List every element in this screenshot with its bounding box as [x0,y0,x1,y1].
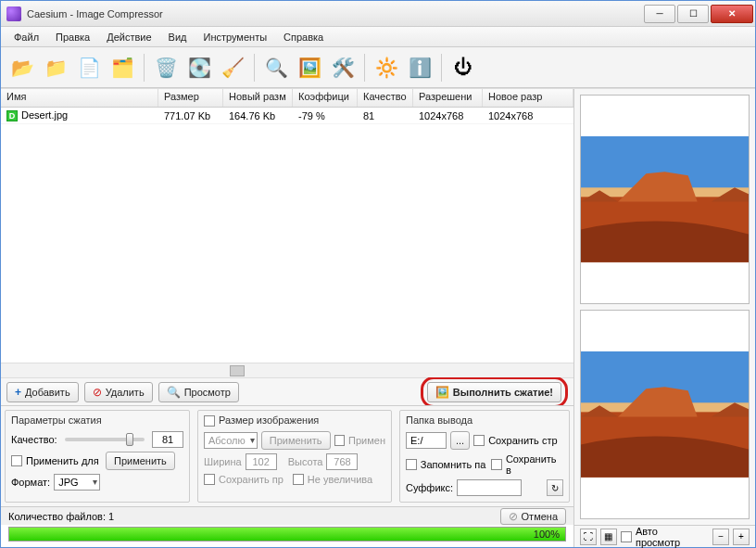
open-file-icon[interactable]: 📂 [8,54,36,82]
folder-icon[interactable]: 🗂️ [108,54,136,82]
zoom-icon[interactable]: 🔍 [262,54,290,82]
clean-icon[interactable]: 🧹 [219,54,246,82]
quality-label: Качество: [11,434,57,445]
info-icon[interactable]: ℹ️ [406,54,434,82]
action-row: +Добавить ⊘Удалить 🔍Просмотр 🖼️Выполнить… [1,377,573,405]
toolbar: 📂 📁 📄 🗂️ 🗑️ 💽 🧹 🔍 🖼️ 🛠️ 🔆 ℹ️ ⏻ [1,47,755,88]
left-pane: Имя Размер Новый разм Коэффици Качество … [1,89,574,547]
compress-button[interactable]: 🖼️Выполнить сжатие! [427,382,561,402]
preview-original [580,95,750,304]
preview-pane: ⛶ ▦ Авто просмотр − + [574,89,755,547]
auto-preview-checkbox[interactable] [621,531,632,542]
cell-name: Desert.jpg [21,109,68,121]
app-window: Caesium - Image Compressor ─ ☐ ✕ Файл Пр… [0,0,756,548]
refresh-suffix-button[interactable]: ↻ [547,479,563,496]
update-icon[interactable]: 🔆 [372,54,400,82]
remember-label: Запомнить па [421,459,487,470]
apply-resize-label: Примен [348,435,385,446]
picture-icon: 🖼️ [435,386,449,399]
format-select[interactable]: JPG [54,474,100,491]
apply-resize-checkbox[interactable] [334,435,346,446]
quality-slider[interactable] [65,438,145,441]
menu-help[interactable]: Справка [276,30,331,45]
maximize-button[interactable]: ☐ [677,5,709,23]
remove-button[interactable]: ⊘Удалить [84,382,153,402]
menu-edit[interactable]: Правка [48,30,97,45]
cell-ratio: -79 % [293,110,358,121]
settings-panels: Параметры сжатия Качество: 81 Применить … [1,405,573,506]
resize-mode-select[interactable]: Абсолю [204,432,258,449]
apply-resize-button[interactable]: Применить [261,431,331,450]
col-ratio[interactable]: Коэффици [293,89,358,107]
titlebar: Caesium - Image Compressor ─ ☐ ✕ [1,1,755,27]
no-enlarge-checkbox[interactable] [293,474,304,485]
progress-percent: 100% [534,528,560,541]
zoom-actual-button[interactable]: ▦ [600,529,617,545]
preview-button[interactable]: 🔍Просмотр [158,382,239,402]
compression-panel: Параметры сжатия Качество: 81 Применить … [5,410,190,503]
zoom-out-button[interactable]: − [712,529,729,545]
power-icon[interactable]: ⏻ [449,54,477,82]
col-newres[interactable]: Новое разр [483,89,573,107]
apply-for-label: Применить для [26,455,102,466]
file-count-label: Количество файлов: 1 [8,511,114,522]
col-name[interactable]: Имя [1,89,158,107]
compress-icon[interactable]: 🖼️ [296,54,323,82]
no-enlarge-label: Не увеличива [308,474,372,485]
cell-size: 771.07 Kb [158,110,223,121]
menu-view[interactable]: Вид [161,30,195,45]
save-in-checkbox[interactable] [491,459,502,470]
zoom-in-button[interactable]: + [733,529,750,545]
auto-preview-label: Авто просмотр [636,526,705,548]
close-button[interactable]: ✕ [711,5,753,23]
width-spinner[interactable]: 102 [246,453,277,470]
remember-checkbox[interactable] [406,459,417,470]
quality-spinner[interactable]: 81 [152,431,183,448]
browse-button[interactable]: ... [450,431,470,450]
open-folder-icon[interactable]: 📁 [42,54,69,82]
remove-file-icon[interactable]: 🗑️ [152,54,180,82]
desert-thumbnail [581,351,749,478]
apply-for-checkbox[interactable] [11,455,22,466]
window-title: Caesium - Image Compressor [27,8,642,19]
file-table: Имя Размер Новый разм Коэффици Качество … [1,89,573,377]
menu-file[interactable]: Файл [6,30,46,45]
menu-action[interactable]: Действие [99,30,158,45]
progress-bar: 100% [8,527,566,542]
menu-tools[interactable]: Инструменты [195,30,274,45]
height-spinner[interactable]: 768 [326,453,358,470]
col-newsize[interactable]: Новый разм [223,89,293,107]
col-quality[interactable]: Качество [358,89,413,107]
progress-fill [9,528,565,541]
suffix-label: Суффикс: [406,482,453,493]
status-row: Количество файлов: 1 ⊘Отмена [1,506,573,525]
desert-thumbnail [581,136,749,262]
resize-checkbox[interactable] [204,415,215,427]
panel-title: Папка вывода [406,414,563,426]
list-icon[interactable]: 📄 [75,54,103,82]
save-structure-checkbox[interactable] [473,435,485,446]
keep-ratio-checkbox[interactable] [204,474,215,485]
separator [144,54,145,82]
compress-highlight: 🖼️Выполнить сжатие! [421,376,568,408]
cell-resolution: 1024x768 [413,110,483,121]
save-in-label: Сохранить в [506,453,563,476]
horizontal-scrollbar[interactable] [1,363,573,377]
apply-quality-button[interactable]: Применить [106,452,175,470]
output-panel: Папка вывода E:/ ... Сохранить стр Запом… [399,410,570,503]
settings-icon[interactable]: 🛠️ [329,54,357,82]
drive-icon[interactable]: 💽 [185,54,213,82]
output-path-input[interactable]: E:/ [406,432,447,449]
table-row[interactable]: DDesert.jpg 771.07 Kb 164.76 Kb -79 % 81… [1,108,573,124]
height-label: Высота [288,456,323,467]
cancel-button[interactable]: ⊘Отмена [500,508,566,525]
add-button[interactable]: +Добавить [6,382,79,402]
cell-quality: 81 [358,110,413,121]
menubar: Файл Правка Действие Вид Инструменты Спр… [1,27,755,47]
col-resolution[interactable]: Разрешени [413,89,483,107]
minimize-button[interactable]: ─ [644,5,675,23]
zoom-fit-button[interactable]: ⛶ [580,529,597,545]
suffix-input[interactable] [457,479,522,496]
cell-newsize: 164.76 Kb [223,110,293,121]
col-size[interactable]: Размер [158,89,223,107]
